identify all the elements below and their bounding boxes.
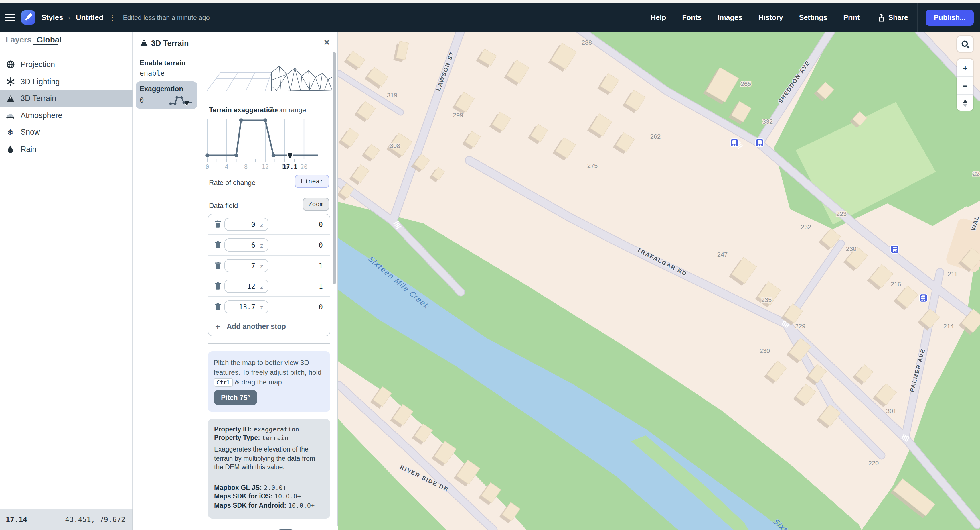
breadcrumb-chevron-icon: ›	[68, 13, 70, 21]
zoom-range-subtitle: Zoom range	[269, 106, 306, 114]
house-number: 275	[587, 162, 598, 169]
trash-icon[interactable]	[214, 261, 221, 271]
data-field-button[interactable]: Zoom	[302, 198, 329, 211]
svg-text:17.1: 17.1	[282, 163, 298, 171]
sdk-version: 10.0.0+	[274, 493, 301, 500]
sdk-version: 10.0.0+	[288, 502, 315, 509]
active-tab-underline	[33, 43, 58, 45]
svg-text:0: 0	[205, 164, 209, 171]
topmenu-fonts[interactable]: Fonts	[682, 13, 702, 21]
divider	[209, 193, 329, 193]
panel-footer: Property details </>	[201, 526, 338, 530]
house-number: 288	[582, 39, 592, 46]
sidebar-item-atmosphere[interactable]: Atmosphere	[0, 107, 133, 123]
bus-stop-icon	[730, 139, 738, 147]
divider	[214, 477, 324, 478]
exaggeration-label: Exaggeration	[140, 85, 183, 93]
raindrop-icon	[6, 144, 15, 153]
share-button[interactable]: Share	[877, 13, 908, 21]
zoom-suffix: z	[260, 263, 263, 269]
stop-zoom-input[interactable]: 0z	[224, 218, 269, 231]
top-bar: Styles › Untitled ⋮ Edited less than a m…	[0, 3, 980, 32]
hamburger-menu-icon[interactable]	[5, 14, 16, 21]
add-another-stop-button[interactable]: +Add another stop	[208, 318, 330, 336]
zoom-out-button[interactable]: −	[957, 77, 973, 94]
rate-of-change-button[interactable]: Linear	[295, 175, 329, 188]
map-search-button[interactable]	[957, 36, 973, 52]
stop-output-value: 1	[319, 283, 323, 291]
bus-stop-icon	[920, 294, 928, 302]
pitch-75-button[interactable]: Pitch 75°	[214, 390, 257, 405]
mapbox-studio-logo[interactable]	[21, 10, 35, 25]
house-number: 223	[836, 210, 847, 217]
trash-icon[interactable]	[214, 282, 221, 292]
edited-status: Edited less than a minute ago	[123, 14, 210, 21]
stop-output-value: 0	[319, 241, 323, 249]
data-field-label: Data field	[209, 202, 238, 210]
search-icon	[961, 40, 969, 48]
map-zoom-controls: + −	[957, 59, 973, 110]
stop-row: 6z0	[208, 235, 330, 255]
house-number: 301	[886, 407, 897, 415]
house-number: 308	[390, 142, 401, 149]
sdk-label: Mapbox GL JS:	[214, 484, 264, 491]
svg-text:12: 12	[262, 164, 269, 171]
tab-global[interactable]: Global	[37, 35, 62, 44]
topmenu-settings[interactable]: Settings	[799, 13, 827, 21]
exaggeration-card[interactable]: Exaggeration 0	[136, 81, 197, 109]
mountain-icon	[140, 39, 148, 46]
stop-zoom-input[interactable]: 7z	[224, 259, 269, 272]
sidebar-item-3d-terrain[interactable]: 3D Terrain	[0, 90, 133, 107]
sidebar-item-rain[interactable]: Rain	[0, 140, 133, 157]
property-type-value: terrain	[262, 434, 288, 442]
sdk-row: Mapbox GL JS: 2.0.0+	[214, 484, 324, 491]
zoom-range-graph[interactable]: 04812162017.1	[201, 115, 338, 172]
stop-output-value: 0	[319, 303, 323, 311]
sidebar-item-projection[interactable]: Projection	[0, 56, 133, 73]
enable-terrain-label: Enable terrain	[140, 59, 186, 67]
stop-zoom-input[interactable]: 13.7z	[224, 300, 269, 313]
sidebar-item-3d-lighting[interactable]: 3D Lighting	[0, 73, 133, 90]
sidebar-item-label: 3D Lighting	[21, 77, 60, 86]
sdk-version: 2.0.0+	[264, 484, 286, 491]
topmenu-images[interactable]: Images	[718, 13, 742, 21]
close-icon[interactable]: ✕	[322, 37, 332, 48]
zoom-in-button[interactable]: +	[957, 59, 973, 76]
sidebar-item-label: 3D Terrain	[21, 94, 56, 102]
map-canvas[interactable]: 2882653192993083322622752232472322302112…	[338, 32, 980, 530]
sdk-row: Maps SDK for Android: 10.0.0+	[214, 502, 324, 509]
sidebar-item-label: Atmosphere	[21, 111, 62, 120]
property-id-value: exaggeration	[254, 426, 299, 433]
globe-icon	[6, 60, 15, 69]
trash-icon[interactable]	[214, 241, 221, 251]
property-type-label: Property Type:	[214, 434, 260, 441]
compass-button[interactable]	[957, 94, 973, 112]
stop-zoom-input[interactable]: 6z	[224, 238, 269, 252]
house-number: 299	[453, 112, 463, 119]
publish-button[interactable]: Publish...	[926, 10, 974, 26]
topmenu-help[interactable]: Help	[651, 13, 666, 21]
stop-zoom-input[interactable]: 12z	[224, 279, 269, 293]
breadcrumb-current[interactable]: Untitled	[76, 13, 103, 22]
tab-layers[interactable]: Layers	[6, 35, 32, 44]
enable-terrain-value[interactable]: enable	[140, 69, 165, 77]
trash-icon[interactable]	[214, 303, 221, 313]
svg-text:8: 8	[244, 164, 248, 171]
zoom-suffix: z	[260, 222, 263, 228]
house-number: 332	[762, 118, 773, 125]
stop-row: 0z0	[208, 214, 330, 235]
snowflake-icon: ❄	[6, 128, 15, 137]
share-icon	[877, 13, 885, 21]
sidebar-item-snow[interactable]: ❄Snow	[0, 124, 133, 140]
map-status-bar: 17.14 43.451,-79.672	[0, 509, 133, 530]
sidebar-item-label: Projection	[21, 60, 55, 69]
breadcrumb-root[interactable]: Styles	[41, 13, 63, 22]
topmenu-history[interactable]: History	[759, 13, 783, 21]
trash-icon[interactable]	[214, 220, 221, 230]
property-description: Exaggerates the elevation of the terrain…	[214, 445, 324, 472]
plus-icon: +	[215, 321, 220, 331]
svg-text:20: 20	[300, 164, 307, 171]
topmenu-print[interactable]: Print	[843, 13, 859, 21]
panel-scrollbar[interactable]	[332, 52, 336, 284]
kebab-menu-icon[interactable]: ⋮	[108, 13, 116, 22]
